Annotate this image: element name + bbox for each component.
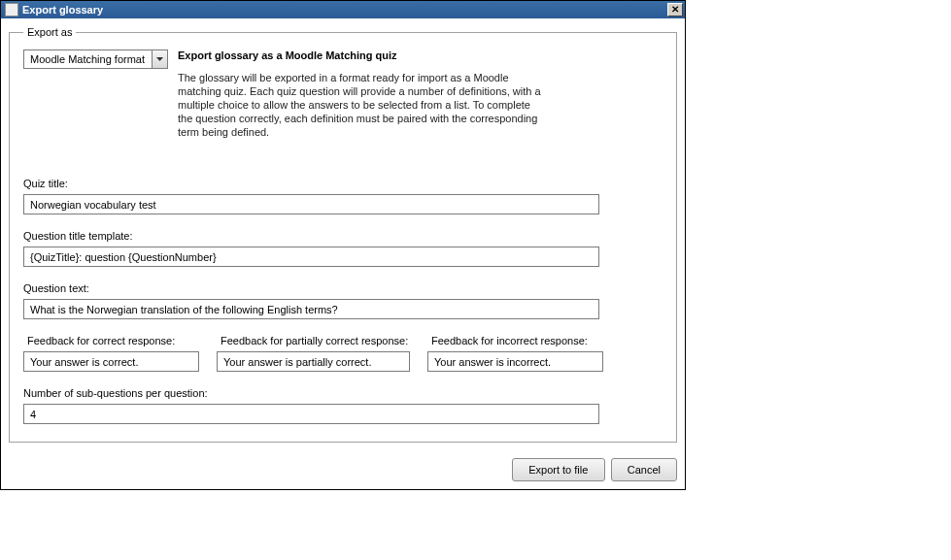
feedback-row: Feedback for correct response: Feedback … — [23, 335, 662, 372]
feedback-incorrect-input[interactable] — [427, 351, 603, 372]
cancel-button[interactable]: Cancel — [611, 458, 677, 481]
window-title: Export glossary — [22, 4, 103, 16]
question-text-label: Question text: — [23, 282, 662, 294]
format-description: Export glossary as a Moodle Matching qui… — [178, 49, 662, 139]
num-subquestions-label: Number of sub-questions per question: — [23, 387, 662, 399]
titlebar: Export glossary ✕ — [1, 1, 685, 18]
feedback-incorrect-col: Feedback for incorrect response: — [427, 335, 603, 372]
feedback-partial-input[interactable] — [217, 351, 410, 372]
dialog-button-bar: Export to file Cancel — [1, 450, 685, 489]
format-select[interactable] — [23, 49, 168, 69]
feedback-correct-col: Feedback for correct response: — [23, 335, 199, 372]
format-row: Export glossary as a Moodle Matching qui… — [23, 49, 662, 139]
quiz-fields: Quiz title: Question title template: Que… — [23, 178, 662, 424]
quiz-title-input[interactable] — [23, 194, 599, 214]
feedback-incorrect-label: Feedback for incorrect response: — [431, 335, 603, 346]
export-as-legend: Export as — [23, 26, 76, 38]
format-description-body: The glossary will be exported in a forma… — [178, 71, 547, 139]
export-as-group: Export as Export glossary as a Moodle Ma… — [9, 26, 677, 443]
feedback-partial-col: Feedback for partially correct response: — [217, 335, 410, 372]
svg-marker-0 — [156, 57, 163, 61]
format-select-dropdown-button[interactable] — [152, 49, 168, 69]
client-area: Export as Export glossary as a Moodle Ma… — [1, 18, 685, 450]
close-icon: ✕ — [671, 5, 679, 15]
feedback-correct-label: Feedback for correct response: — [27, 335, 199, 346]
format-select-value[interactable] — [23, 49, 152, 69]
window-icon — [5, 3, 18, 16]
question-title-template-input[interactable] — [23, 247, 599, 267]
export-glossary-dialog: Export glossary ✕ Export as Export gloss… — [0, 0, 686, 490]
close-button[interactable]: ✕ — [667, 3, 683, 16]
format-description-heading: Export glossary as a Moodle Matching qui… — [178, 49, 662, 61]
num-subquestions-input[interactable] — [23, 404, 599, 424]
feedback-correct-input[interactable] — [23, 351, 199, 372]
feedback-partial-label: Feedback for partially correct response: — [221, 335, 410, 346]
chevron-down-icon — [156, 57, 163, 61]
question-title-template-label: Question title template: — [23, 230, 662, 242]
titlebar-left: Export glossary — [3, 3, 103, 16]
export-to-file-button[interactable]: Export to file — [512, 458, 605, 481]
quiz-title-label: Quiz title: — [23, 178, 662, 189]
question-text-input[interactable] — [23, 299, 599, 319]
